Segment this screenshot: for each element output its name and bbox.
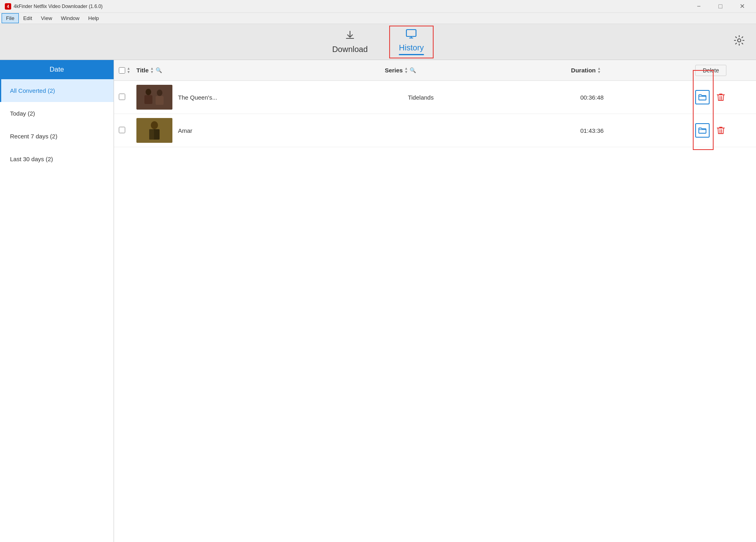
svg-point-3 xyxy=(738,39,741,42)
download-label: Download xyxy=(332,45,368,54)
table-row: Amar 01:43:36 xyxy=(114,114,756,147)
row-1-open-folder-button[interactable] xyxy=(695,90,710,104)
row-2-checkbox[interactable] xyxy=(119,127,125,133)
history-underline xyxy=(399,54,424,55)
title-column-label: Title xyxy=(136,67,149,74)
svg-text:4: 4 xyxy=(7,4,9,9)
svg-rect-2 xyxy=(406,30,416,36)
header-title: Title ▲▼ 🔍 xyxy=(136,67,385,74)
series-sort-icon[interactable]: ▲▼ xyxy=(404,67,408,74)
duration-sort-icon[interactable]: ▲▼ xyxy=(597,67,601,74)
sidebar-header: Date xyxy=(0,60,114,79)
settings-button[interactable] xyxy=(734,35,745,49)
row-2-duration: 01:43:36 xyxy=(580,127,695,134)
row-2-actions xyxy=(695,123,751,138)
sidebar-item-last-30[interactable]: Last 30 days (2) xyxy=(0,148,114,170)
sidebar: Date All Converted (2) Today (2) Recent … xyxy=(0,60,114,542)
thumbnail-amar xyxy=(136,118,172,143)
window-controls: − □ ✕ xyxy=(690,0,751,13)
menu-edit[interactable]: Edit xyxy=(19,13,36,23)
download-icon xyxy=(344,30,356,43)
maximize-button[interactable]: □ xyxy=(711,0,730,13)
menu-file[interactable]: File xyxy=(2,13,19,23)
svg-rect-9 xyxy=(136,85,172,110)
svg-rect-14 xyxy=(136,118,172,143)
header-duration: Duration ▲▼ xyxy=(571,67,695,74)
table-area: ▲▼ Title ▲▼ 🔍 Series ▲▼ 🔍 Duration ▲▼ De… xyxy=(114,60,756,542)
sidebar-item-today[interactable]: Today (2) xyxy=(0,102,114,125)
duration-column-label: Duration xyxy=(571,67,596,74)
row-1-series: Tidelands xyxy=(408,94,580,101)
history-button[interactable]: History xyxy=(389,26,433,58)
app-title: 4kFinder Netflix Video Downloader (1.6.0… xyxy=(14,4,690,9)
delete-button[interactable]: Delete xyxy=(695,65,726,76)
row-2-open-folder-button[interactable] xyxy=(695,123,710,138)
row-2-delete-button[interactable] xyxy=(714,123,728,138)
row-1-checkbox-cell xyxy=(119,94,136,101)
row-2-thumbnail xyxy=(136,118,172,143)
row-2-checkbox-cell xyxy=(119,127,136,134)
history-icon xyxy=(406,29,417,42)
thumbnail-queens xyxy=(136,85,172,110)
history-label: History xyxy=(399,43,424,52)
title-sort-icon[interactable]: ▲▼ xyxy=(150,67,154,74)
header-series: Series ▲▼ 🔍 xyxy=(385,67,571,74)
sidebar-item-recent-7[interactable]: Recent 7 days (2) xyxy=(0,125,114,148)
select-sort-icon: ▲▼ xyxy=(127,67,130,74)
table-header: ▲▼ Title ▲▼ 🔍 Series ▲▼ 🔍 Duration ▲▼ De… xyxy=(114,60,756,81)
title-bar: 4 4kFinder Netflix Video Downloader (1.6… xyxy=(0,0,756,13)
header-actions: Delete xyxy=(695,65,751,76)
row-2-title: Amar xyxy=(178,127,408,134)
title-search-icon[interactable]: 🔍 xyxy=(156,67,162,73)
toolbar: Download History xyxy=(0,24,756,60)
header-checkbox-cell: ▲▼ xyxy=(119,67,136,74)
menu-help[interactable]: Help xyxy=(84,13,104,23)
minimize-button[interactable]: − xyxy=(690,0,708,13)
row-1-checkbox[interactable] xyxy=(119,94,125,100)
main-content: Date All Converted (2) Today (2) Recent … xyxy=(0,60,756,542)
menu-view[interactable]: View xyxy=(36,13,56,23)
menu-window[interactable]: Window xyxy=(56,13,84,23)
close-button[interactable]: ✕ xyxy=(733,0,751,13)
row-1-actions xyxy=(695,90,751,104)
sidebar-item-all-converted[interactable]: All Converted (2) xyxy=(0,79,114,102)
menu-bar: File Edit View Window Help xyxy=(0,13,756,24)
row-1-delete-button[interactable] xyxy=(714,90,728,104)
table-row: The Queen's... Tidelands 00:36:48 xyxy=(114,81,756,114)
row-1-title: The Queen's... xyxy=(178,94,408,101)
series-column-label: Series xyxy=(385,67,403,74)
download-button[interactable]: Download xyxy=(322,26,377,57)
row-1-thumbnail xyxy=(136,85,172,110)
series-search-icon[interactable]: 🔍 xyxy=(410,67,416,73)
app-icon: 4 xyxy=(5,3,11,10)
row-1-duration: 00:36:48 xyxy=(580,94,695,101)
select-all-checkbox[interactable] xyxy=(119,67,125,74)
